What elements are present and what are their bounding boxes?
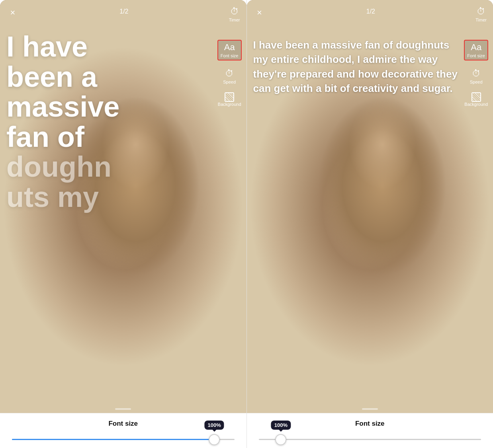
right-speed-icon: ⏱ — [472, 68, 481, 79]
right-bottom-panel: Font size 100% — [247, 413, 493, 448]
left-background-icon — [225, 92, 234, 102]
right-sidebar-controls: Aa Font size ⏱ Speed Background — [464, 40, 488, 107]
left-font-size-icon: Aa — [224, 42, 235, 53]
left-text-line4: fan of — [6, 122, 215, 152]
left-speed-icon: ⏱ — [225, 68, 234, 79]
left-close-button[interactable]: × — [6, 6, 19, 19]
left-scroll-indicator — [115, 408, 131, 410]
left-text-overlay: I have been a massive fan of doughn uts … — [6, 32, 215, 212]
left-page-indicator: 1/2 — [119, 6, 128, 15]
left-text-line1: I have — [6, 32, 215, 62]
left-text-line2: been a — [6, 62, 215, 92]
right-timer-icon: ⏱ — [477, 6, 485, 17]
left-text-line5: doughn — [6, 152, 215, 182]
right-top-bar: × 1/2 ⏱ Timer — [247, 0, 493, 22]
right-scroll-indicator — [362, 408, 378, 410]
left-phone-screen: × 1/2 ⏱ Timer I have been a massive fan … — [0, 0, 246, 413]
left-slider-container[interactable]: 100% — [12, 439, 235, 440]
left-font-size-label: Font size — [221, 53, 239, 58]
left-timer-label: Timer — [229, 18, 240, 22]
right-font-size-button[interactable]: Aa Font size — [464, 40, 488, 60]
right-phone-screen: × 1/2 ⏱ Timer I have been a massive fan … — [247, 0, 493, 413]
left-slider-value: 100% — [205, 421, 224, 430]
left-panel: × 1/2 ⏱ Timer I have been a massive fan … — [0, 0, 247, 448]
right-page-indicator: 1/2 — [366, 6, 375, 15]
left-top-bar: × 1/2 ⏱ Timer — [0, 0, 246, 22]
left-bottom-label: Font size — [8, 420, 239, 428]
left-background-button[interactable]: Background — [218, 92, 241, 107]
main-container: × 1/2 ⏱ Timer I have been a massive fan … — [0, 0, 493, 448]
left-timer-icon: ⏱ — [230, 6, 239, 17]
right-font-size-label: Font size — [467, 53, 485, 58]
right-panel: × 1/2 ⏱ Timer I have been a massive fan … — [247, 0, 493, 448]
right-slider-value: 100% — [271, 421, 291, 430]
left-font-size-button[interactable]: Aa Font size — [217, 40, 242, 60]
left-sidebar-controls: Aa Font size ⏱ Speed Background — [217, 40, 242, 107]
left-speed-label: Speed — [223, 80, 236, 84]
right-slider-container[interactable]: 100% — [259, 439, 481, 440]
right-speed-button[interactable]: ⏱ Speed — [470, 68, 483, 84]
left-text-line3: massive — [6, 92, 215, 122]
left-speed-button[interactable]: ⏱ Speed — [223, 68, 236, 84]
right-background-label: Background — [464, 102, 488, 107]
right-background-icon — [471, 92, 481, 102]
right-close-button[interactable]: × — [253, 6, 266, 19]
left-timer-button[interactable]: ⏱ Timer — [229, 6, 240, 22]
left-text-line6: uts my — [6, 182, 215, 212]
right-speed-label: Speed — [470, 80, 483, 84]
left-background-label: Background — [218, 102, 241, 107]
right-timer-button[interactable]: ⏱ Timer — [475, 6, 487, 22]
right-background-button[interactable]: Background — [464, 92, 488, 107]
right-timer-label: Timer — [475, 18, 487, 22]
left-bottom-panel: Font size 100% — [0, 413, 246, 448]
right-text-overlay: I have been a massive fan of doughnuts m… — [253, 38, 462, 96]
right-font-size-icon: Aa — [471, 42, 481, 53]
